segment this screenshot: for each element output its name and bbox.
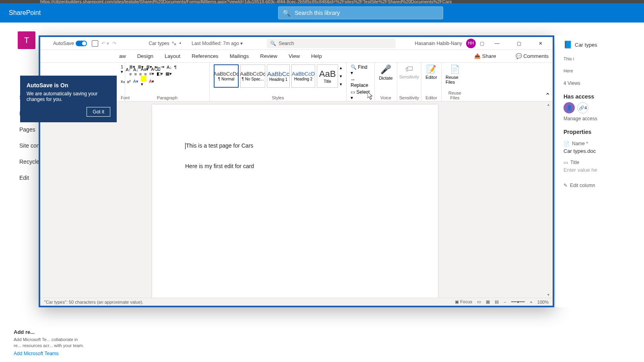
edit-columns-icon: ✎ — [564, 183, 568, 188]
print-layout-button[interactable]: ▦ — [486, 299, 490, 304]
align-right-button[interactable]: ≡ — [139, 72, 142, 76]
autosave-label: AutoSave — [53, 41, 74, 46]
autosave-coachmark: AutoSave is On We are automatically savi… — [20, 76, 117, 122]
find-button[interactable]: 🔍 Find ▾ — [351, 64, 370, 76]
document-name[interactable]: Car types — [149, 41, 169, 46]
minimize-button[interactable]: — — [488, 38, 506, 49]
title-field-placeholder[interactable]: Enter value he — [564, 167, 641, 173]
scroll-down-arrow[interactable]: ▾ — [547, 292, 549, 297]
close-button[interactable]: ✕ — [532, 38, 549, 49]
manage-access-link[interactable]: Manage access — [564, 116, 641, 121]
style-title[interactable]: AaB Title — [317, 64, 338, 88]
tab-view[interactable]: View — [289, 53, 300, 59]
font-size-value[interactable]: 1 ▾ — [121, 64, 123, 74]
user-name[interactable]: Hasanain Habib-Nany — [415, 41, 462, 46]
promo-desc: Add Microsoft Te... collaborate in re...… — [14, 335, 86, 348]
collapse-ribbon-button[interactable]: ⌃ — [545, 92, 550, 99]
tab-references[interactable]: References — [192, 53, 218, 59]
vertical-scrollbar[interactable]: ▴ ▾ — [546, 101, 553, 298]
increase-indent-button[interactable]: ⇥ — [161, 64, 164, 70]
style-no-spacing[interactable]: AaBbCcDc ¶ No Spac... — [240, 64, 265, 88]
tab-help[interactable]: Help — [311, 53, 322, 59]
coachmark-got-it-button[interactable]: Got it — [87, 107, 110, 117]
sharepoint-search[interactable]: 🔍 — [278, 6, 443, 19]
maximize-button[interactable]: ▢ — [510, 38, 528, 49]
styles-more[interactable]: ▾ — [340, 82, 342, 87]
justify-button[interactable]: ≡ — [144, 72, 147, 76]
name-field-label: Name * — [572, 141, 588, 146]
sort-button[interactable]: A↓ — [167, 65, 172, 70]
coachmark-body: We are automatically saving your changes… — [27, 91, 110, 102]
reuse-files-button[interactable]: 📄 Reuse Files — [446, 64, 464, 84]
save-icon[interactable] — [92, 40, 98, 47]
views-count: 4 Views — [564, 80, 641, 86]
replace-button[interactable]: ↔ Replace — [351, 77, 370, 88]
focus-mode-button[interactable]: ▣ Focus — [455, 299, 472, 304]
microphone-icon: 🎤 — [380, 64, 391, 75]
styles-scroll-down[interactable]: ▾ — [340, 74, 342, 79]
url-text: https://citizenbuilders.sharepoint.com/s… — [40, 0, 452, 3]
browser-address-bar: https://citizenbuilders.sharepoint.com/s… — [0, 0, 644, 3]
numbering-button[interactable]: ≣▾ — [138, 64, 144, 70]
add-teams-link[interactable]: Add Microsoft Teams — [14, 348, 86, 356]
ribbon-tabs: aw Design Layout References Mailings Rev… — [40, 50, 553, 63]
tab-layout[interactable]: Layout — [165, 53, 180, 59]
doc-line-1: This is a test page for Cars — [186, 142, 253, 149]
line-spacing-button[interactable]: ≡▾ — [149, 71, 154, 76]
zoom-out-button[interactable]: − — [504, 300, 506, 304]
tab-review[interactable]: Review — [260, 53, 277, 59]
reuse-icon: 📄 — [450, 64, 460, 74]
status-charcount[interactable]: "Car types": 50 characters (an approxima… — [44, 300, 143, 304]
access-count-badge[interactable]: 🔗 4 — [577, 102, 588, 113]
document-canvas[interactable]: This is a test page for Cars Here is my … — [40, 101, 553, 298]
accessibility-icon[interactable]: ᴬ⁎ — [172, 41, 176, 46]
bullets-button[interactable]: ≣▾ — [129, 64, 135, 70]
sensitivity-icon: 🏷 — [405, 64, 413, 74]
style-normal[interactable]: AaBbCcDc ¶ Normal — [214, 64, 239, 88]
comments-button[interactable]: 💬 Comments — [512, 53, 553, 59]
zoom-in-button[interactable]: + — [530, 300, 532, 304]
style-heading-2[interactable]: AaBbCcD Heading 2 — [291, 64, 315, 88]
title-field-label: Title — [570, 160, 579, 165]
zoom-level[interactable]: 100% — [537, 300, 549, 304]
undo-button[interactable]: ↶ ▾ — [101, 41, 109, 46]
share-button[interactable]: 📤 Share — [470, 53, 500, 59]
word-app-window: AutoSave ↶ ▾ ↷ Car types ᴬ⁎ • Last Modif… — [39, 35, 554, 307]
present-icon[interactable]: ▢ — [480, 41, 484, 46]
editor-button[interactable]: 📝 Editor — [425, 64, 437, 80]
edit-columns-link[interactable]: Edit column — [570, 183, 595, 188]
multilevel-button[interactable]: ≣▾ — [146, 64, 152, 70]
tab-mailings[interactable]: Mailings — [230, 53, 249, 59]
style-heading-1[interactable]: AaBbCc Heading 1 — [267, 64, 290, 88]
word-search[interactable]: 🔍 Search — [267, 39, 396, 48]
scroll-up-arrow[interactable]: ▴ — [547, 102, 549, 107]
coachmark-title: AutoSave is On — [27, 82, 110, 88]
shading-button[interactable]: ◧▾ — [157, 71, 163, 76]
text-cursor — [185, 143, 186, 149]
align-center-button[interactable]: ≡ — [134, 72, 136, 76]
web-layout-button[interactable]: ▤ — [495, 299, 499, 304]
borders-button[interactable]: ▦▾ — [165, 71, 172, 76]
styles-scroll-up[interactable]: ▴ — [340, 65, 342, 70]
tab-draw[interactable]: aw — [119, 53, 126, 59]
document-page[interactable]: This is a test page for Cars Here is my … — [152, 105, 438, 298]
tab-design[interactable]: Design — [137, 53, 153, 59]
sensitivity-button[interactable]: 🏷 Sensitivity — [399, 64, 419, 79]
dictate-button[interactable]: 🎤 Dictate — [379, 64, 392, 80]
redo-button[interactable]: ↷ — [112, 41, 116, 46]
show-marks-button[interactable]: ¶ — [174, 65, 177, 70]
user-avatar[interactable]: HH — [466, 39, 476, 48]
sharepoint-search-input[interactable] — [295, 10, 439, 16]
read-mode-button[interactable]: ▭ — [477, 299, 481, 304]
decrease-indent-button[interactable]: ⇤ — [155, 64, 158, 70]
subscript-button[interactable]: x₂ — [121, 79, 125, 84]
group-paragraph-label: Paragraph — [129, 95, 205, 101]
site-logo[interactable]: T — [18, 31, 35, 49]
access-avatar[interactable]: 👤 — [564, 102, 575, 113]
align-left-button[interactable]: ≡ — [129, 72, 132, 76]
name-field-value[interactable]: Car types.doc — [564, 148, 641, 154]
zoom-slider[interactable]: ━━●━━ — [511, 299, 525, 304]
toggle-switch-on[interactable] — [76, 41, 87, 46]
last-modified[interactable]: Last Modified: 7m ago ▾ — [192, 41, 243, 46]
autosave-toggle[interactable]: AutoSave — [52, 41, 89, 46]
